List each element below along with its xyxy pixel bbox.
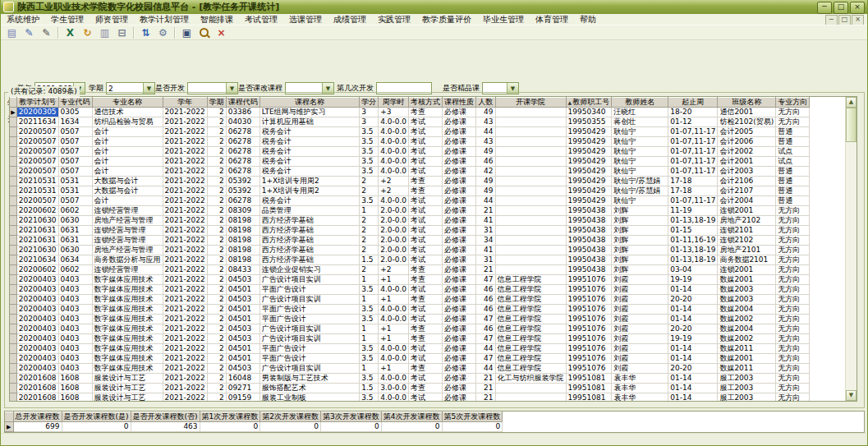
grid-cell[interactable]: 税务会计 (259, 167, 360, 177)
refresh-icon-button[interactable]: ↻ (79, 25, 96, 39)
grid-cell[interactable]: 19951076 (566, 305, 612, 315)
grid-cell[interactable]: 试点 (776, 147, 810, 157)
grid-cell[interactable]: 19951076 (566, 364, 612, 374)
grid-cell[interactable]: 2021-2022 (163, 206, 207, 216)
grid-cell[interactable]: 耿仙宁 (612, 167, 668, 177)
grid-cell[interactable]: 服装设计与工艺 (92, 393, 163, 402)
grid-cell[interactable]: 必修课 (443, 177, 476, 186)
grid-cell[interactable]: 普通 (776, 177, 810, 186)
vertical-scrollbar[interactable]: ▲ ▼ (845, 97, 857, 401)
grid-cell[interactable]: 16048 (226, 374, 259, 384)
row-selector[interactable] (10, 374, 16, 384)
grid-cell[interactable]: 2.0-0.0 (379, 226, 409, 236)
grid-cell[interactable]: 21 (476, 384, 495, 393)
grid-cell[interactable]: 考查 (409, 324, 443, 334)
grid-cell[interactable]: 2 (207, 324, 226, 334)
grid-cell[interactable]: 信息工程学院 (495, 285, 566, 295)
grid-cell[interactable]: 04501 (226, 344, 259, 354)
summary-cell[interactable]: 463 (131, 422, 200, 432)
grid-cell[interactable]: 西方经济学基础 (259, 246, 360, 255)
grid-cell[interactable]: 税务会计 (259, 196, 360, 206)
grid-cell[interactable]: 3 (360, 108, 379, 117)
grid-cell[interactable]: 1634 (58, 117, 92, 127)
grid-cell[interactable]: 必修课 (443, 186, 476, 196)
grid-cell[interactable]: 2 (207, 117, 226, 127)
grid-cell[interactable]: 房地产经营与管理 (92, 216, 163, 226)
grid-cell[interactable]: 2 (207, 108, 226, 117)
grid-cell[interactable]: 考试 (409, 157, 443, 167)
grid-cell[interactable]: 19951076 (566, 275, 612, 285)
grid-cell[interactable]: 袁丰华 (612, 374, 668, 384)
grid-cell[interactable]: 数字媒体应用技术 (92, 305, 163, 315)
grid-cell[interactable]: 信息工程学院 (495, 354, 566, 364)
grid-cell[interactable]: 数媒2011 (718, 344, 776, 354)
grid-cell[interactable]: 普通 (776, 196, 810, 206)
grid-cell[interactable]: 06278 (226, 137, 259, 147)
grid-cell[interactable]: 19950429 (566, 157, 612, 167)
grid-cell[interactable]: 0403 (58, 344, 92, 354)
grid-cell[interactable]: 01-14 (668, 315, 718, 324)
grid-cell[interactable]: 数字媒体应用技术 (92, 344, 163, 354)
grid-cell[interactable]: 19951076 (566, 354, 612, 364)
grid-cell[interactable]: 无方向 (776, 108, 810, 117)
grid-cell[interactable]: 税务会计 (259, 137, 360, 147)
grid-cell[interactable]: 无方向 (776, 354, 810, 364)
grid-cell[interactable]: 2021-2022 (163, 137, 207, 147)
column-header[interactable]: 课程名称 (259, 98, 360, 108)
grid-cell[interactable] (495, 236, 566, 246)
grid-cell[interactable]: 0403 (58, 275, 92, 285)
grid-cell[interactable]: 0602 (58, 265, 92, 275)
grid-cell[interactable]: 考查 (409, 364, 443, 374)
grid-cell[interactable] (495, 137, 566, 147)
grid-cell[interactable]: 0305 (58, 108, 92, 117)
scroll-down-button[interactable]: ▼ (846, 390, 857, 401)
print-icon-button[interactable]: ⊟ (113, 25, 131, 39)
row-selector[interactable] (10, 334, 16, 344)
grid-cell[interactable]: 44 (476, 127, 495, 137)
grid-cell[interactable]: 44 (476, 196, 495, 206)
column-header[interactable]: ▲教师职工号 (566, 98, 612, 108)
grid-cell[interactable]: 信息工程学院 (495, 275, 566, 285)
column-header[interactable]: 专业方向 (776, 98, 810, 108)
grid-cell[interactable]: 08198 (226, 255, 259, 265)
grid-cell[interactable]: 2 (207, 137, 226, 147)
settings-icon-button[interactable]: ⚙ (154, 25, 172, 39)
row-selector[interactable] (10, 236, 16, 246)
grid-cell[interactable]: 01-07,11-17 (668, 196, 718, 206)
grid-cell[interactable]: 1608 (58, 374, 92, 384)
grid-cell[interactable]: 化工与纺织服装学院 (495, 374, 566, 384)
row-selector[interactable] (10, 186, 16, 196)
grid-cell[interactable]: 数媒2004 (718, 324, 776, 334)
row-selector[interactable] (10, 216, 16, 226)
grid-cell[interactable]: 税务会计 (259, 147, 360, 157)
grid-cell[interactable]: 刘霞 (612, 354, 668, 364)
grid-cell[interactable]: 2 (207, 196, 226, 206)
grid-cell[interactable]: 1 (360, 334, 379, 344)
grid-cell[interactable]: 普通 (776, 137, 810, 147)
grid-cell[interactable]: 05392 (226, 177, 259, 186)
grid-cell[interactable]: 0631 (58, 226, 92, 236)
grid-cell[interactable]: 4.0-0.0 (379, 305, 409, 315)
grid-cell[interactable]: 34 (476, 236, 495, 246)
grid-cell[interactable]: 31 (476, 226, 495, 236)
grid-cell[interactable]: 必修课 (443, 334, 476, 344)
column-header[interactable]: 教学计划号 (16, 98, 58, 108)
grid-cell[interactable]: 袁丰华 (612, 384, 668, 393)
grid-cell[interactable]: 连锁经营与管理 (92, 226, 163, 236)
grid-cell[interactable]: 考试 (409, 374, 443, 384)
grid-cell[interactable]: 必修课 (443, 344, 476, 354)
grid-cell[interactable] (495, 226, 566, 236)
row-selector[interactable] (10, 117, 16, 127)
grid-cell[interactable]: 0602 (58, 206, 92, 216)
grid-cell[interactable]: 2021-2022 (163, 334, 207, 344)
grid-cell[interactable]: 必修课 (443, 147, 476, 157)
grid-cell[interactable]: 必修课 (443, 206, 476, 216)
edit-icon-button[interactable]: ✎ (21, 25, 38, 39)
grid-cell[interactable]: 必修课 (443, 137, 476, 147)
grid-cell[interactable]: 3 (360, 117, 379, 127)
grid-cell[interactable]: 必修课 (443, 108, 476, 117)
grid-cell[interactable]: 会计 (92, 137, 163, 147)
grid-cell[interactable]: 2 (360, 265, 379, 275)
grid-cell[interactable]: 考试 (409, 147, 443, 157)
scroll-up-button[interactable]: ▲ (846, 97, 857, 108)
